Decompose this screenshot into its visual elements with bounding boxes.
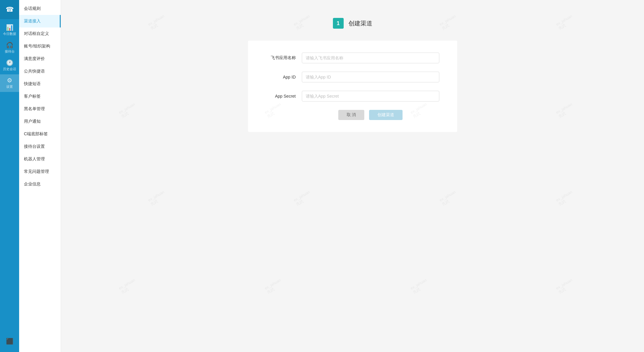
step-badge: 1 <box>333 18 344 29</box>
form-header: 1 创建渠道 <box>333 18 372 29</box>
form-row-app-name: 飞书应用名称 <box>266 53 439 63</box>
nav-logo: ☎ <box>0 0 19 19</box>
nav-item-today-data[interactable]: 📊 今日数据 <box>0 21 19 39</box>
watermark-item: ex_jahuan先武 <box>409 278 430 295</box>
settings-icon: ⚙ <box>7 77 12 83</box>
nav-item-history[interactable]: 🕐 历史会话 <box>0 57 19 74</box>
watermark-item: ex_jahuan先武 <box>118 278 138 295</box>
logout-icon: ⬛ <box>6 338 13 344</box>
watermark-item: ex_jahuan先武 <box>555 278 576 295</box>
today-data-label: 今日数据 <box>3 32 16 36</box>
sidebar-item-channel-access[interactable]: 渠道接入 <box>19 15 61 27</box>
form-title: 创建渠道 <box>348 19 372 27</box>
create-channel-button[interactable]: 创建渠道 <box>369 110 403 120</box>
form-row-app-secret: App Secret <box>266 91 439 102</box>
app-secret-label: App Secret <box>266 94 302 99</box>
form-actions: 取 消 创建渠道 <box>266 110 439 120</box>
history-icon: 🕐 <box>6 60 13 66</box>
nav-bar: ☎ 📊 今日数据 🎧 接待台 🕐 历史会话 ⚙ 设置 ⬛ <box>0 0 19 352</box>
sidebar-item-customer-tags[interactable]: 客户标签 <box>19 90 61 103</box>
history-label: 历史会话 <box>3 67 16 71</box>
app-id-input[interactable] <box>302 72 439 82</box>
nav-item-waiting[interactable]: 🎧 接待台 <box>0 39 19 57</box>
sidebar-item-robot-management[interactable]: 机器人管理 <box>19 153 61 165</box>
sidebar-item-account-org[interactable]: 账号/组织架构 <box>19 40 61 53</box>
sidebar-item-blacklist[interactable]: 黑名单管理 <box>19 103 61 115</box>
waiting-icon: 🎧 <box>6 42 13 48</box>
sidebar-item-public-shortcuts[interactable]: 公共快捷语 <box>19 65 61 78</box>
nav-item-settings[interactable]: ⚙ 设置 <box>0 74 19 92</box>
waiting-label: 接待台 <box>5 49 15 54</box>
nav-bottom: ⬛ <box>0 335 19 352</box>
main-content: ex_jahuan先武ex_jahuan先武ex_jahuan先武ex_jahu… <box>61 0 644 352</box>
watermark-item: ex_jahuan先武 <box>147 190 167 207</box>
sidebar-item-c-bottom-tags[interactable]: C端底部标签 <box>19 128 61 140</box>
app-name-label: 飞书应用名称 <box>266 55 302 61</box>
sidebar-item-faq-management[interactable]: 常见问题管理 <box>19 165 61 178</box>
sidebar-item-shortcuts[interactable]: 快捷短语 <box>19 78 61 90</box>
sidebar-item-conversation-rules[interactable]: 会话规则 <box>19 2 61 15</box>
sidebar-item-satisfaction[interactable]: 满意度评价 <box>19 53 61 65</box>
app-id-label: App ID <box>266 75 302 79</box>
watermark-item: ex_jahuan先武 <box>293 190 313 207</box>
form-container: 1 创建渠道 飞书应用名称 App ID App Secret 取 消 <box>61 0 644 132</box>
app-name-input[interactable] <box>302 53 439 63</box>
cancel-button[interactable]: 取 消 <box>338 110 365 120</box>
sidebar-item-reception-settings[interactable]: 接待台设置 <box>19 140 61 153</box>
sidebar-item-dialog-customize[interactable]: 对话框自定义 <box>19 27 61 40</box>
logo-icon: ☎ <box>6 6 14 13</box>
watermark-item: ex_jahuan先武 <box>555 190 576 207</box>
settings-label: 设置 <box>6 84 13 89</box>
watermark-item: ex_jahuan先武 <box>264 278 284 295</box>
watermark-item: ex_jahuan先武 <box>439 190 459 207</box>
form-row-app-id: App ID <box>266 72 439 82</box>
sidebar-item-company-info[interactable]: 企业信息 <box>19 178 61 190</box>
nav-item-logout[interactable]: ⬛ <box>0 335 19 347</box>
sidebar-item-user-notification[interactable]: 用户通知 <box>19 115 61 128</box>
sidebar: 会话规则 渠道接入 对话框自定义 账号/组织架构 满意度评价 公共快捷语 快捷短… <box>19 0 61 352</box>
app-secret-input[interactable] <box>302 91 439 102</box>
today-data-icon: 📊 <box>6 24 13 30</box>
form-body: 飞书应用名称 App ID App Secret 取 消 创建渠道 <box>248 41 457 132</box>
